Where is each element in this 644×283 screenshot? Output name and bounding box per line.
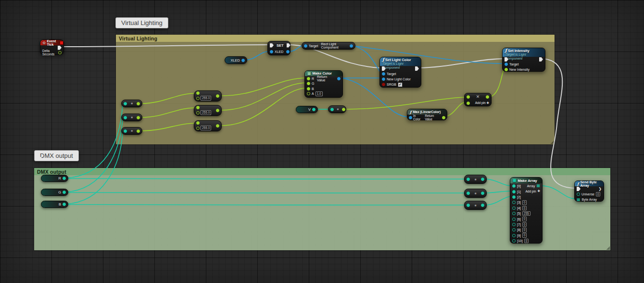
exec-out-pin[interactable] xyxy=(415,66,419,71)
node-byte-multiply-g[interactable]: ✱ xyxy=(464,189,487,198)
node-get-xled[interactable]: XLED xyxy=(225,56,247,64)
node-byte-multiply-b[interactable]: ✱ xyxy=(464,201,487,210)
node-multiply-float[interactable]: ✕ Add pin ✚ xyxy=(464,93,492,106)
byte-in-pin[interactable] xyxy=(124,102,127,105)
node-convert-byte-to-float-b[interactable]: ✱ xyxy=(121,127,142,135)
node-get-rect-light-component[interactable]: Target Rect Light Component xyxy=(302,42,355,50)
node-get-g[interactable]: G xyxy=(41,189,68,196)
elem-value[interactable]: 0 xyxy=(524,239,529,244)
byte-out-pin[interactable] xyxy=(481,192,484,195)
node-make-color[interactable]: ▦ Make Color R Return Value G B A 1.0 xyxy=(304,70,343,98)
node-set-intensity[interactable]: ƒ Set Intensity Target is Light Componen… xyxy=(502,48,545,72)
byte-in-pin[interactable] xyxy=(467,192,470,195)
byte-in-pin[interactable] xyxy=(467,178,470,181)
float-out-pin[interactable] xyxy=(216,109,219,112)
byte-in-pin[interactable] xyxy=(124,129,127,133)
byte-in-pin[interactable] xyxy=(467,204,470,207)
elem-value[interactable]: 0 xyxy=(522,200,527,205)
elem-value[interactable]: 255 xyxy=(522,211,530,216)
wire-g-to-multiplier[interactable] xyxy=(65,193,466,193)
wire-exec-setintensity-to-sendbytearray[interactable] xyxy=(544,59,575,188)
return-value-pin[interactable] xyxy=(337,77,341,80)
target-in-pin[interactable] xyxy=(304,44,307,48)
float-default-pin[interactable] xyxy=(196,97,200,100)
node-event-tick[interactable]: ◇ Event Tick Delta Seconds xyxy=(40,39,64,55)
byte-array-pin[interactable]: ▦ xyxy=(577,198,581,202)
wire-mult-to-array2[interactable] xyxy=(485,196,511,205)
divisor-value[interactable]: 255.0 xyxy=(201,96,211,101)
float-out-pin[interactable] xyxy=(216,94,219,98)
exec-in-pin[interactable] xyxy=(577,187,581,191)
wire-mult-to-array1[interactable] xyxy=(485,191,511,193)
float-out-pin[interactable] xyxy=(137,102,140,105)
float-default-pin[interactable] xyxy=(196,111,200,115)
node-divide-255-g[interactable]: 255.0 xyxy=(194,105,222,116)
byte-in-pin[interactable] xyxy=(330,108,334,111)
wire-divide-to-makecolor-g[interactable] xyxy=(221,83,306,110)
float-out-pin[interactable] xyxy=(137,116,140,119)
exec-out-pin[interactable] xyxy=(539,57,543,62)
xled-out-pin[interactable] xyxy=(241,59,245,62)
v-out-pin[interactable] xyxy=(312,108,316,111)
array-elem-pin[interactable] xyxy=(512,234,516,237)
elem-value[interactable]: 0 xyxy=(522,217,527,221)
divisor-value[interactable]: 255.0 xyxy=(201,110,211,115)
node-max-linearcolor[interactable]: ƒ Max (LinearColor) In Color Return Valu… xyxy=(407,109,447,120)
wire-b-to-multiplier[interactable] xyxy=(65,205,466,205)
r-in-pin[interactable] xyxy=(307,77,310,80)
node-set-light-color[interactable]: ƒ Set Light Color Target is Light Compon… xyxy=(379,57,421,88)
byte-out-pin[interactable] xyxy=(481,178,484,181)
elem-value[interactable]: 0 xyxy=(522,228,527,232)
wire-mult-to-array0[interactable] xyxy=(485,179,511,186)
float-in-pin[interactable] xyxy=(196,121,200,125)
node-make-array[interactable]: ▦ Make Array [0] [1] [2] [3]0 [4]0 [5]25… xyxy=(510,177,543,244)
srgb-pin[interactable] xyxy=(382,83,385,86)
rect-light-out-pin[interactable] xyxy=(350,44,353,48)
srgb-checkbox[interactable]: ✔ xyxy=(398,82,403,87)
elem-value[interactable]: 0 xyxy=(522,233,527,238)
node-get-b[interactable]: B xyxy=(41,201,68,208)
array-elem-pin[interactable] xyxy=(512,201,516,204)
target-in-pin[interactable] xyxy=(382,72,385,76)
xled-out-pin[interactable] xyxy=(286,50,290,53)
node-get-v[interactable]: V xyxy=(296,106,318,113)
float-out-pin[interactable] xyxy=(342,108,345,111)
add-pin-label[interactable]: Add pin ✚ xyxy=(475,101,489,105)
array-elem-pin[interactable] xyxy=(512,184,516,188)
array-elem-pin[interactable] xyxy=(512,195,516,199)
float-in-pin-a[interactable] xyxy=(467,95,470,99)
blueprint-graph-canvas[interactable]: Virtual Lighting DMX output xyxy=(0,0,644,283)
node-convert-byte-to-float-v[interactable]: ✱ xyxy=(328,105,346,113)
node-set-xled[interactable]: SET XLED xyxy=(267,41,290,55)
new-light-color-pin[interactable] xyxy=(382,77,385,81)
wire-set-to-target[interactable] xyxy=(289,46,303,51)
b-in-pin[interactable] xyxy=(307,87,310,90)
add-pin-label[interactable]: Add pin✚ xyxy=(526,189,541,193)
new-intensity-pin[interactable] xyxy=(505,68,508,71)
array-elem-pin[interactable] xyxy=(512,218,516,221)
array-elem-pin[interactable] xyxy=(512,239,516,243)
exec-in-pin[interactable] xyxy=(270,43,274,48)
a-in-pin[interactable] xyxy=(307,92,310,95)
array-elem-pin[interactable] xyxy=(512,190,516,193)
byte-out-pin[interactable] xyxy=(481,204,484,207)
array-elem-pin[interactable] xyxy=(512,212,516,215)
xled-in-pin[interactable] xyxy=(270,50,273,53)
return-value-pin[interactable] xyxy=(442,116,445,119)
divisor-value[interactable]: 255.0 xyxy=(201,126,211,130)
exec-out-pin[interactable] xyxy=(58,46,62,50)
wire-r-up-to-conv[interactable] xyxy=(65,104,123,178)
node-get-r[interactable]: R xyxy=(41,175,68,182)
exec-out-pin[interactable]: ❯ xyxy=(598,187,602,191)
array-elem-pin[interactable] xyxy=(512,223,516,226)
wire-divide-to-makecolor-b[interactable] xyxy=(221,88,306,126)
array-elem-pin[interactable] xyxy=(512,206,516,210)
elem-value[interactable]: 0 xyxy=(522,222,527,227)
wire-rectlight-to-setlightcolor-target[interactable] xyxy=(352,46,380,73)
array-out-pin[interactable]: ▦ xyxy=(536,184,540,188)
node-divide-255-r[interactable]: 255.0 xyxy=(194,90,222,102)
wire-multiply-to-newintensity[interactable] xyxy=(489,69,504,97)
float-out-pin[interactable] xyxy=(137,129,140,133)
node-send-byte-array[interactable]: ƒ Send Byte Array ❯ Universe 0 ▦ Byte Ar… xyxy=(574,180,604,202)
wire-r-to-multiplier[interactable] xyxy=(65,179,466,179)
